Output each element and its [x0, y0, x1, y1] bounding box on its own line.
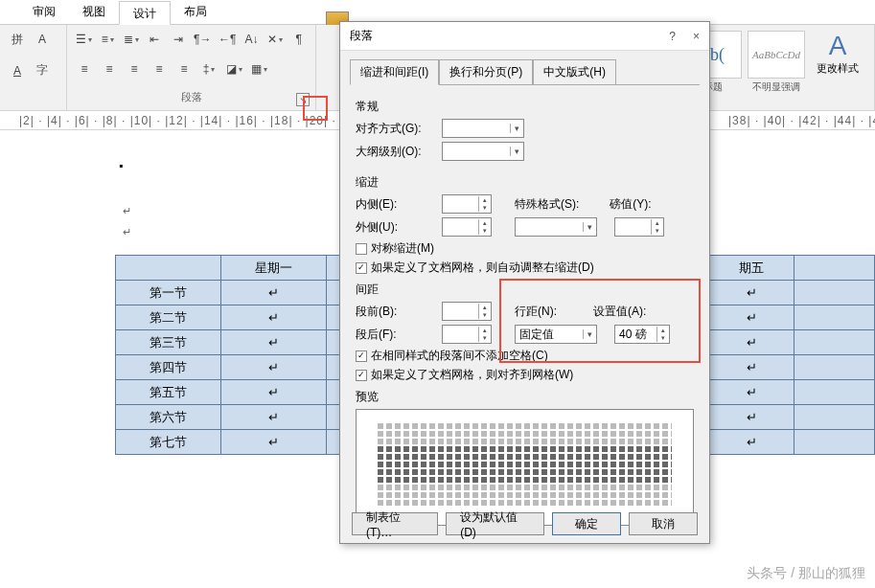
section-spacing: 间距 — [356, 282, 694, 298]
table-row[interactable]: 第五节 — [116, 380, 221, 405]
line-spacing-icon[interactable]: ‡▾ — [199, 59, 219, 79]
show-marks-icon[interactable]: ¶ — [289, 30, 308, 49]
section-preview: 预览 — [356, 389, 694, 405]
chk-same-style[interactable]: ✓在相同样式的段落间不添加空格(C) — [356, 348, 694, 364]
tab-indent-spacing[interactable]: 缩进和间距(I) — [350, 59, 439, 85]
label-after: 段后(F): — [356, 327, 436, 343]
table-header-mon[interactable]: 星期一 — [221, 256, 327, 281]
align-justify-icon[interactable]: ≡ — [150, 59, 169, 79]
tab-view[interactable]: 视图 — [69, 0, 119, 24]
indent-right-spin[interactable]: ▴▾ — [442, 217, 492, 237]
align-center-icon[interactable]: ≡ — [100, 59, 119, 79]
after-spin[interactable]: ▴▾ — [442, 325, 492, 344]
para-mark: ↵ — [123, 205, 131, 217]
indent-inc-icon[interactable]: ⇥ — [170, 30, 188, 49]
ltr-icon[interactable]: ¶→ — [193, 30, 212, 49]
multilevel-icon[interactable]: ≣▾ — [123, 30, 141, 49]
dialog-body: 常规 对齐方式(G): ▾ 大纲级别(O): ▾ 缩进 内侧(E): ▴▾ 特殊… — [340, 85, 709, 533]
align-select[interactable]: ▾ — [442, 119, 524, 138]
tab-layout[interactable]: 布局 — [171, 0, 220, 24]
label-outline: 大纲级别(O): — [356, 144, 436, 160]
label-indent-right: 外侧(U): — [356, 219, 436, 236]
sort-icon[interactable]: A↓ — [242, 30, 261, 49]
label-before: 段前(B): — [356, 304, 436, 320]
enclose-char-icon[interactable]: 字 — [33, 61, 52, 80]
tab-design[interactable]: 设计 — [119, 1, 171, 25]
label-special-val: 磅值(Y): — [610, 196, 651, 213]
dialog-buttons: 制表位(T)… 设为默认值(D) 确定 取消 — [340, 512, 709, 535]
paragraph-dialog: 段落 ? × 缩进和间距(I) 换行和分页(P) 中文版式(H) 常规 对齐方式… — [339, 21, 710, 544]
dialog-titlebar[interactable]: 段落 ? × — [340, 22, 709, 51]
tab-line-page[interactable]: 换行和分页(P) — [439, 59, 533, 85]
schedule-table[interactable]: 星期一 第一节↵ 第二节↵ 第三节↵ 第四节↵ 第五节↵ 第六节↵ 第七节↵ — [115, 255, 365, 455]
indent-dec-icon[interactable]: ⇤ — [146, 30, 164, 49]
char-shading-icon[interactable]: A — [8, 61, 27, 80]
btn-tabstops[interactable]: 制表位(T)… — [352, 512, 438, 535]
shading-icon[interactable]: ◪▾ — [224, 59, 243, 79]
chk-mirror[interactable]: 对称缩进(M) — [356, 240, 694, 257]
indent-left-spin[interactable]: ▴▾ — [442, 194, 492, 214]
chk-grid-indent[interactable]: ✓如果定义了文档网格，则自动调整右缩进(D) — [356, 260, 694, 276]
table-header-empty[interactable] — [116, 256, 221, 281]
red-highlight-launcher — [303, 96, 328, 121]
borders-icon[interactable]: ▦▾ — [249, 59, 268, 79]
align-dist-icon[interactable]: ≡ — [174, 59, 194, 79]
table-row[interactable]: 第一节 — [116, 281, 221, 305]
section-general: 常规 — [356, 99, 694, 115]
cursor-mark: ▪ — [119, 159, 123, 172]
label-special: 特殊格式(S): — [515, 196, 579, 213]
group-paragraph: ☰▾ ≡▾ ≣▾ ⇤ ⇥ ¶→ ←¶ A↓ ✕▾ ¶ ≡ ≡ ≡ ≡ ≡ ‡▾ … — [67, 25, 316, 110]
label-indent-left: 内侧(E): — [356, 196, 436, 213]
numbering-icon[interactable]: ≡▾ — [99, 30, 117, 49]
outline-select[interactable]: ▾ — [442, 142, 524, 161]
align-left-icon[interactable]: ≡ — [75, 59, 94, 79]
help-icon[interactable]: ? — [669, 30, 676, 43]
before-spin[interactable]: ▴▾ — [442, 302, 492, 321]
dialog-tabs: 缩进和间距(I) 换行和分页(P) 中文版式(H) — [340, 51, 709, 84]
special-select[interactable]: ▾ — [515, 217, 597, 237]
table-row[interactable]: 第六节 — [116, 405, 221, 430]
align-right-icon[interactable]: ≡ — [125, 59, 144, 79]
at-spin[interactable]: 40 磅▴▾ — [614, 325, 670, 344]
rtl-icon[interactable]: ←¶ — [218, 30, 237, 49]
table-header-fri[interactable]: 期五 — [710, 256, 794, 281]
para-mark-2: ↵ — [123, 226, 131, 238]
group-font-extra: 拼 A A 字 — [0, 25, 67, 110]
bullets-icon[interactable]: ☰▾ — [75, 30, 93, 49]
phonetic-guide-icon[interactable]: 拼 — [8, 30, 27, 49]
label-align: 对齐方式(G): — [356, 121, 436, 137]
char-border-icon[interactable]: A — [33, 30, 52, 49]
label-at: 设置值(A): — [593, 304, 646, 320]
asian-layout-icon[interactable]: ✕▾ — [266, 30, 285, 49]
tab-review[interactable]: 审阅 — [19, 0, 69, 24]
line-spacing-select[interactable]: 固定值▾ — [515, 325, 597, 344]
table-row[interactable]: 第二节 — [116, 305, 221, 330]
section-indent: 缩进 — [356, 174, 694, 191]
table-row[interactable]: 第四节 — [116, 355, 221, 380]
close-icon[interactable]: × — [693, 30, 700, 43]
style-subtle[interactable]: AaBbCcDd — [748, 31, 805, 79]
btn-default[interactable]: 设为默认值(D) — [446, 512, 544, 535]
label-line-spacing: 行距(N): — [515, 304, 557, 320]
dialog-title: 段落 — [350, 28, 373, 44]
table-row[interactable]: 第七节 — [116, 430, 221, 455]
table-cell[interactable]: ↵ — [221, 281, 327, 305]
group-paragraph-label: 段落 — [75, 88, 308, 106]
btn-cancel[interactable]: 取消 — [629, 512, 698, 535]
schedule-table-right[interactable]: 期五 ↵ ↵ ↵ ↵ ↵ ↵ ↵ — [709, 255, 875, 455]
table-row[interactable]: 第三节 — [116, 330, 221, 355]
change-style-icon[interactable]: A — [829, 31, 847, 61]
tab-asian[interactable]: 中文版式(H) — [533, 59, 616, 85]
watermark: 头条号 / 那山的狐狸 — [747, 565, 865, 582]
special-val-spin[interactable]: ▴▾ — [614, 217, 664, 237]
btn-ok[interactable]: 确定 — [552, 512, 621, 535]
chk-grid-align[interactable]: ✓如果定义了文档网格，则对齐到网格(W) — [356, 367, 694, 383]
